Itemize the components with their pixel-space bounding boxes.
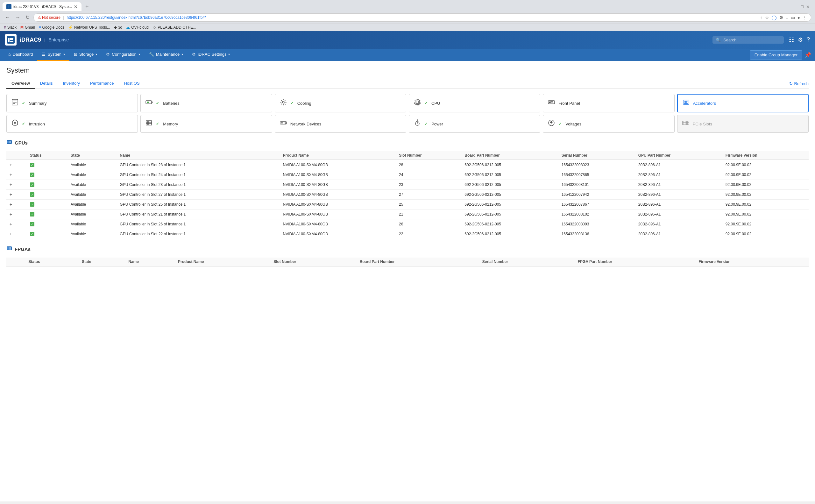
table-row[interactable]: + ✓ Available GPU Controller in Slot 24 … — [6, 170, 809, 180]
bookmark-gmail[interactable]: M Gmail — [20, 25, 35, 30]
cell-name: GPU Controller in Slot 26 of Instance 1 — [117, 219, 280, 229]
cell-board-part: 692-2G506-0212-005 — [461, 160, 558, 170]
menu-icon[interactable]: ⋮ — [803, 15, 807, 20]
bookmark-please-add[interactable]: ☺ PLEASE ADD OTHE... — [152, 25, 196, 30]
status-badge: ✓ — [30, 232, 34, 236]
user-account-icon[interactable]: ⚙ — [798, 36, 803, 43]
bookmark-icon[interactable]: ☆ — [765, 15, 769, 20]
ovh-icon: ☁ — [126, 25, 130, 30]
bookmark-3d[interactable]: ◆ 3d — [114, 25, 122, 30]
card-pcie-slots[interactable]: PCIe Slots — [677, 115, 809, 133]
row-expand-button[interactable]: + — [10, 212, 12, 217]
intrusion-check: ✔ — [22, 122, 25, 126]
address-bar: ← → ↻ ⚠ Not secure | https://100.67.115.… — [0, 11, 815, 24]
card-accelerators[interactable]: Accelerators — [677, 94, 809, 112]
tab-overview[interactable]: Overview — [6, 78, 35, 89]
nav-system[interactable]: ☰ System ▾ — [37, 49, 69, 61]
row-expand-button[interactable]: + — [10, 202, 12, 207]
url-text: https://100.67.115.220/restgui/index.htm… — [67, 15, 757, 20]
reload-button[interactable]: ↻ — [24, 13, 31, 22]
table-row[interactable]: + ✓ Available GPU Controller in Slot 27 … — [6, 190, 809, 200]
nav-configuration-label: Configuration — [112, 52, 136, 57]
nav-idrac-settings[interactable]: ⚙ iDRAC Settings ▾ — [188, 49, 234, 61]
row-expand-button[interactable]: + — [10, 192, 12, 197]
enable-group-manager-button[interactable]: Enable Group Manager — [750, 50, 802, 60]
cell-product: NVIDIA A100-SXM4-80GB — [280, 170, 396, 180]
share-icon[interactable]: ↑ — [760, 15, 762, 20]
network-ups-icon: ⚡ — [68, 25, 73, 30]
table-row[interactable]: + ✓ Available GPU Controller in Slot 21 … — [6, 209, 809, 219]
row-expand-button[interactable]: + — [10, 172, 12, 177]
profile-icon[interactable]: ● — [797, 15, 800, 20]
pin-icon[interactable]: 📌 — [805, 52, 811, 58]
table-row[interactable]: + ✓ Available GPU Controller in Slot 25 … — [6, 200, 809, 209]
svg-rect-21 — [415, 100, 420, 104]
card-voltages[interactable]: ✔ Voltages — [543, 115, 674, 133]
configuration-icon: ⚙ — [106, 52, 110, 57]
help-icon[interactable]: ? — [807, 36, 810, 43]
bookmark-gdocs[interactable]: ≡ Google Docs — [39, 25, 64, 30]
user-panel-icon[interactable]: ☷ — [789, 36, 794, 43]
tab-inventory[interactable]: Inventory — [58, 78, 85, 89]
extensions-icon[interactable]: ⚙ — [779, 15, 783, 20]
cell-name: GPU Controller in Slot 24 of Instance 1 — [117, 170, 280, 180]
bookmark-network-ups[interactable]: ⚡ Network UPS Tools... — [68, 25, 110, 30]
card-intrusion[interactable]: ✔ Intrusion — [6, 115, 138, 133]
table-row[interactable]: + ✓ Available GPU Controller in Slot 28 … — [6, 160, 809, 170]
card-power[interactable]: ✔ Power — [409, 115, 540, 133]
idrac-nav: ⌂ Dashboard ☰ System ▾ ⊟ Storage ▾ ⚙ Con… — [0, 49, 815, 61]
maximize-button[interactable]: □ — [801, 4, 804, 9]
row-expand-button[interactable]: + — [10, 231, 12, 237]
tab-host-os[interactable]: Host OS — [119, 78, 145, 89]
power-icon — [414, 119, 421, 129]
card-memory-label: Memory — [163, 122, 178, 126]
col-gpu-part: GPU Part Number — [635, 151, 722, 160]
refresh-button[interactable]: ↻ Refresh — [789, 81, 809, 86]
card-network-devices[interactable]: Network Devices — [275, 115, 406, 133]
tab-close-button[interactable]: ✕ — [74, 4, 78, 9]
card-front-panel[interactable]: Front Panel — [543, 94, 674, 112]
minimize-button[interactable]: ─ — [795, 4, 798, 9]
cooling-check: ✔ — [290, 101, 294, 105]
fpga-col-serial: Serial Number — [479, 258, 575, 266]
card-cpu[interactable]: ✔ CPU — [409, 94, 540, 112]
fpga-col-state: State — [79, 258, 125, 266]
bookmark-ovhcloud[interactable]: ☁ OVHcloud — [126, 25, 149, 30]
row-expand-button[interactable]: + — [10, 182, 12, 187]
close-window-button[interactable]: ✕ — [806, 4, 810, 9]
fpgas-section: FPGAs Status State Name Product Name Slo… — [6, 245, 809, 266]
cell-slot: 28 — [396, 160, 461, 170]
forward-button[interactable]: → — [14, 13, 22, 22]
page-tabs: Overview Details Inventory Performance H… — [6, 78, 809, 89]
fpga-col-product: Product Name — [175, 258, 270, 266]
bookmark-gdocs-label: Google Docs — [42, 25, 64, 30]
url-bar[interactable]: ⚠ Not secure | https://100.67.115.220/re… — [33, 13, 811, 22]
cell-name: GPU Controller in Slot 25 of Instance 1 — [117, 200, 280, 209]
tab-performance[interactable]: Performance — [85, 78, 119, 89]
table-row[interactable]: + ✓ Available GPU Controller in Slot 22 … — [6, 229, 809, 239]
table-row[interactable]: + ✓ Available GPU Controller in Slot 26 … — [6, 219, 809, 229]
bookmark-slack[interactable]: # Slack — [4, 25, 17, 30]
card-summary[interactable]: ✔ Summary — [6, 94, 138, 112]
row-expand-button[interactable]: + — [10, 222, 12, 227]
new-tab-button[interactable]: + — [83, 2, 91, 11]
tab-details[interactable]: Details — [35, 78, 58, 89]
cards-grid: ✔ Summary ✔ Batteries — [6, 94, 809, 133]
header-search[interactable]: 🔍 — [712, 36, 784, 44]
back-button[interactable]: ← — [4, 13, 11, 22]
nav-maintenance[interactable]: 🔧 Maintenance ▾ — [145, 49, 188, 61]
row-expand-button[interactable]: + — [10, 162, 12, 167]
cell-slot: 24 — [396, 170, 461, 180]
nav-configuration[interactable]: ⚙ Configuration ▾ — [102, 49, 144, 61]
nav-dashboard[interactable]: ⌂ Dashboard — [4, 49, 37, 61]
card-memory[interactable]: ✔ Memory — [140, 115, 272, 133]
download-icon[interactable]: ↓ — [786, 15, 788, 20]
search-input[interactable] — [723, 38, 781, 42]
cast-icon[interactable]: ▭ — [791, 15, 795, 20]
table-row[interactable]: + ✓ Available GPU Controller in Slot 23 … — [6, 180, 809, 190]
card-cooling[interactable]: ✔ Cooling — [275, 94, 406, 112]
active-tab[interactable]: i idrac-2S461V3 - iDRAC9 - Syste... ✕ — [3, 2, 81, 11]
nav-storage[interactable]: ⊟ Storage ▾ — [69, 49, 102, 61]
page-title: System — [6, 66, 809, 75]
card-batteries[interactable]: ✔ Batteries — [140, 94, 272, 112]
